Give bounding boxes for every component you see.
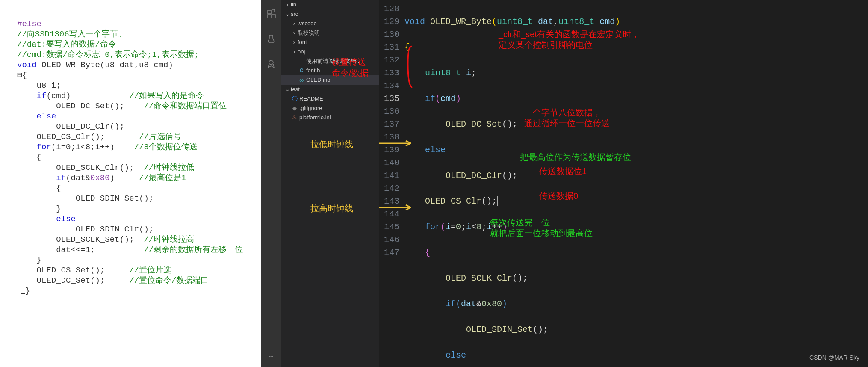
arduino-file-icon: ∞ [298,75,305,85]
line-number: 143 [379,195,399,208]
tree-file-gitignore[interactable]: ◆.gitignore [281,104,379,113]
comma: , [553,17,558,27]
tree-folder-quexp[interactable]: ›取模说明 [281,28,379,38]
tree-file-platformio[interactable]: ♨platformio.ini [281,113,379,122]
brace: ⊟{ [17,71,27,80]
line-number: 146 [379,234,399,246]
comment: //置位命令/数据端口 [129,276,209,285]
func-sig: OLED_WR_Byte(u8 dat,u8 cmd) [41,60,173,70]
op: & [476,299,481,309]
call: OLED_DC_Set(); [17,101,124,111]
call: OLED_SCLK_Clr(); [17,163,134,172]
call: OLED_CS_Set(); [17,266,105,275]
param: cmd [599,17,615,27]
code-line: else [404,144,868,157]
comment: //时钟线拉低 [144,163,194,172]
platformio-icon[interactable] [266,59,276,72]
line-number: 147 [379,246,399,259]
tree-label: .vscode [298,18,317,29]
brace: { [425,248,430,257]
tree-label: README [299,94,323,104]
file-icon: ≡ [298,56,305,66]
hexlit: 0x80 [90,173,110,183]
paren: ) [615,17,620,27]
code-line: OLED_SDIN_Set(); [404,323,868,336]
line-number: 133 [379,67,399,80]
expr: (dat& [66,173,90,183]
code-line: if(cmd) [404,92,868,105]
extensions-icon[interactable] [266,9,276,22]
tree-file-readme[interactable]: ⓘREADME [281,94,379,104]
tree-folder-lib[interactable]: ›lib [281,0,379,9]
code-line: { [404,246,868,259]
tree-folder-obj[interactable]: ›obj [281,47,379,56]
kw-else: else [17,112,56,121]
watermark: CSDN @MAR-Sky [809,352,859,363]
tree-label: 取模说明 [298,28,320,38]
paren: ( [440,222,446,232]
tree-file-fonth[interactable]: Cfont.h [281,66,379,75]
num: 0 [456,222,461,232]
svg-rect-2 [268,15,271,18]
code-line: OLED_DC_Set(); [404,118,868,131]
var: dat [461,299,476,309]
kw-void: void [17,60,41,70]
op: ++ [492,222,502,232]
line-number: 136 [379,105,399,118]
kw-for: for [17,142,51,152]
call-end: (); [533,325,548,334]
tree-file-oledino[interactable]: ∞OLED.ino [281,75,379,85]
call: OLED_SCLK_Set(); [17,235,134,244]
svg-rect-0 [268,10,271,14]
comment: //向SSD1306写入一个字节。 [17,30,126,39]
tree-file-readfirst[interactable]: ≡使用前请阅读此文档... [281,56,379,66]
brace: ⎿} [17,286,30,296]
line-number: 138 [379,131,399,144]
c-file-icon: C [298,65,305,76]
var: i [446,222,451,232]
call: OLED_CS_Clr(); [17,132,105,142]
expr: ) [110,173,115,183]
tree-folder-vscode[interactable]: ›.vscode [281,19,379,28]
fn: OLED_WR_Byte [430,17,492,27]
code-body[interactable]: void OLED_WR_Byte(uint8_t dat,uint8_t cm… [404,0,868,367]
kw-else: else [17,214,76,224]
param: dat [538,17,553,27]
comment: //最高位是1 [139,173,186,183]
op: = [451,222,456,232]
tree-folder-test[interactable]: ⌄test [281,85,379,94]
tree-folder-font[interactable]: ›font [281,38,379,47]
line-number: 141 [379,169,399,182]
call: OLED_SDIN_Set(); [17,194,154,203]
kw: if [446,299,456,309]
semi: ; [471,68,476,78]
fn: OLED_SDIN_Set [466,325,533,334]
tree-label: 使用前请阅读此文档... [306,56,361,66]
kw: if [425,94,435,104]
code-editor[interactable]: 128 129 130 131 132 133 134 135 136 137 … [379,0,868,367]
brace: { [404,42,410,52]
line-number: 132 [379,54,399,67]
call-end: (); [502,119,517,129]
call: OLED_DC_Set(); [17,276,105,285]
fn: OLED_CS_Clr [425,196,481,206]
ellipsis-icon[interactable]: ⋯ [269,352,274,362]
paren: ) [502,299,507,309]
brace: } [17,204,61,213]
activity-bar: ⋯ [261,0,281,367]
testing-icon[interactable] [266,34,276,47]
tree-folder-src[interactable]: ⌄src [281,9,379,19]
tree-label: .gitignore [299,103,322,113]
type: uint8_t [558,17,599,27]
line-number: 137 [379,118,399,131]
comment: //剩余的数据所有左移一位 [144,245,243,255]
tree-label: test [291,84,300,95]
kw: else [446,350,466,360]
var: cmd [440,94,456,104]
comment: //时钟线拉高 [144,235,194,244]
num: 8 [476,222,481,232]
call-end: (); [512,273,528,283]
line-number: 140 [379,157,399,169]
code-line: { [404,41,868,54]
var: i [487,222,492,232]
